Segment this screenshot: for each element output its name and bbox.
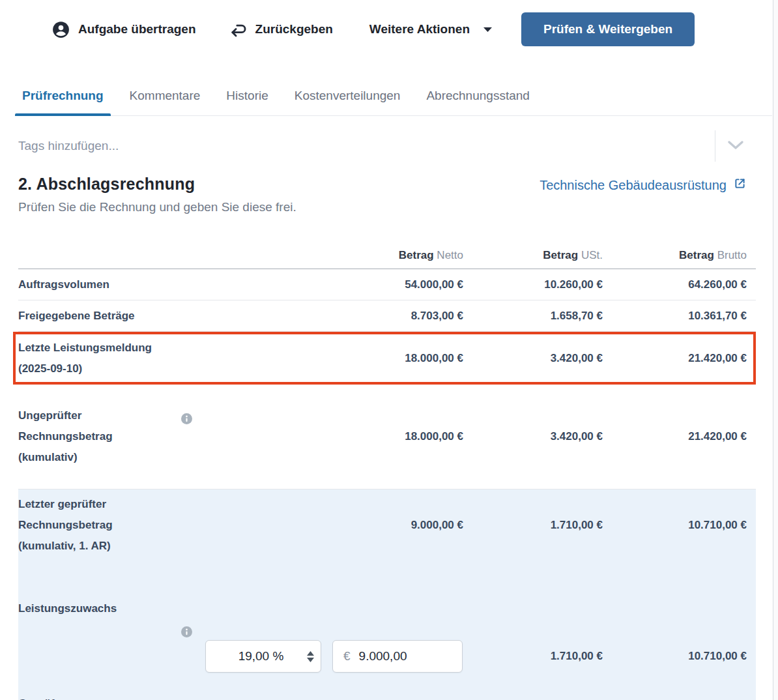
- ust-value: 3.420,00 €: [472, 430, 612, 443]
- info-icon[interactable]: [181, 603, 192, 614]
- netto-value: 18.000,00 €: [332, 430, 472, 443]
- row-label: Letzte Leistungsmeldung (2025-09-10): [18, 338, 332, 379]
- transfer-task-label: Aufgabe übertragen: [78, 22, 196, 36]
- user-circle-icon: [52, 21, 70, 38]
- table-row-auftragsvolumen: Auftragsvolumen 54.000,00 € 10.260,00 € …: [18, 269, 756, 300]
- netto-amount-input[interactable]: € 9.000,00: [332, 640, 463, 673]
- return-button[interactable]: Zurückgeben: [229, 22, 333, 37]
- page-subtitle: Prüfen Sie die Rechnung und geben Sie di…: [18, 200, 760, 214]
- column-header-ust: Betrag USt.: [472, 249, 612, 262]
- column-header-brutto: Betrag Brutto: [612, 249, 756, 262]
- tab-historie[interactable]: Historie: [219, 76, 275, 115]
- table-row-letzter-gepruefter-rechnungsbetrag: Letzter geprüfter Rechnungsbetrag (kumul…: [18, 489, 756, 577]
- brutto-value: 10.361,70 €: [612, 310, 756, 323]
- netto-value: 18.000,00 €: [332, 352, 472, 365]
- table-header-row: Betrag Netto Betrag USt. Betrag Brutto: [18, 239, 756, 269]
- table-row-gepruefter-rechnungsbetrag: Geprüfter Rechnungsbetrag (kumulativ) € …: [18, 673, 756, 700]
- tab-kommentare[interactable]: Kommentare: [122, 76, 208, 115]
- brutto-value: 21.420,00 €: [612, 352, 756, 365]
- row-label: Leistungszuwachs: [18, 602, 117, 615]
- section-header: 2. Abschlagsrechnung Technische Gebäudea…: [18, 175, 747, 194]
- tags-expand-button[interactable]: [715, 140, 756, 153]
- ust-value: 1.710,00 €: [472, 519, 612, 532]
- caret-down-icon: [483, 27, 493, 33]
- netto-value: 9.000,00 €: [332, 519, 472, 532]
- vat-rate-input[interactable]: 19,00 %: [205, 640, 321, 673]
- invoice-amounts-table: Betrag Netto Betrag USt. Betrag Brutto A…: [18, 239, 756, 700]
- brutto-value: 64.260,00 €: [612, 278, 756, 291]
- scrollbar-track[interactable]: [773, 0, 778, 700]
- return-label: Zurückgeben: [255, 22, 333, 36]
- brutto-value: 21.420,00 €: [612, 430, 756, 443]
- tags-row: [18, 130, 756, 162]
- info-icon[interactable]: [181, 390, 192, 401]
- approve-forward-button[interactable]: Prüfen & Weitergeben: [521, 12, 695, 46]
- external-link-icon: [733, 177, 747, 194]
- chevron-down-icon: [727, 140, 744, 153]
- column-header-netto: Betrag Netto: [332, 249, 472, 262]
- brutto-value: 10.710,00 €: [612, 519, 756, 532]
- tab-bar: Prüfrechnung Kommentare Historie Kostenv…: [15, 76, 772, 116]
- tab-abrechnungsstand[interactable]: Abrechnungsstand: [419, 76, 536, 115]
- netto-input-value: 9.000,00: [359, 649, 407, 664]
- more-actions-label: Weitere Aktionen: [369, 22, 470, 36]
- page-title: 2. Abschlagsrechnung: [18, 175, 195, 194]
- more-actions-button[interactable]: Weitere Aktionen: [369, 22, 493, 36]
- row-label: Auftragsvolumen: [18, 274, 332, 295]
- project-link-label: Technische Gebäudeausrüstung: [540, 178, 727, 193]
- transfer-task-button[interactable]: Aufgabe übertragen: [52, 21, 196, 38]
- brutto-value: 10.710,00 €: [612, 650, 756, 663]
- vat-rate-value: 19,00 %: [215, 649, 307, 664]
- row-label: Geprüfter Rechnungsbetrag (kumulativ): [18, 697, 113, 700]
- ust-value: 1.658,70 €: [472, 310, 612, 323]
- project-link[interactable]: Technische Gebäudeausrüstung: [540, 177, 747, 194]
- ust-value: 1.710,00 €: [472, 650, 612, 663]
- tags-input[interactable]: [18, 139, 715, 153]
- toolbar: Aufgabe übertragen Zurückgeben Weitere A…: [0, 0, 778, 47]
- table-row-ungepruefter-rechnungsbetrag: Ungeprüfter Rechnungsbetrag (kumulativ) …: [18, 385, 756, 489]
- tab-pruefrechnung[interactable]: Prüfrechnung: [15, 76, 111, 115]
- return-arrow-icon: [229, 22, 247, 37]
- info-icon[interactable]: [181, 682, 192, 693]
- table-row-letzte-leistungsmeldung-highlighted: Letzte Leistungsmeldung (2025-09-10) 18.…: [13, 332, 756, 385]
- row-label: Freigegebene Beträge: [18, 306, 332, 327]
- netto-value: 54.000,00 €: [332, 278, 472, 291]
- table-row-leistungszuwachs: Leistungszuwachs 19,00 % € 9.000,00 1.71…: [18, 577, 756, 673]
- row-label: Ungeprüfter Rechnungsbetrag (kumulativ): [18, 409, 113, 463]
- stepper-control[interactable]: [307, 651, 314, 662]
- ust-value: 10.260,00 €: [472, 278, 612, 291]
- netto-value: 8.703,00 €: [332, 310, 472, 323]
- row-label: Letzter geprüfter Rechnungsbetrag (kumul…: [18, 494, 332, 557]
- table-row-freigegebene-betraege: Freigegebene Beträge 8.703,00 € 1.658,70…: [18, 300, 756, 332]
- euro-symbol: €: [343, 649, 351, 664]
- ust-value: 3.420,00 €: [472, 352, 612, 365]
- tab-kostenverteilungen[interactable]: Kostenverteilungen: [287, 76, 408, 115]
